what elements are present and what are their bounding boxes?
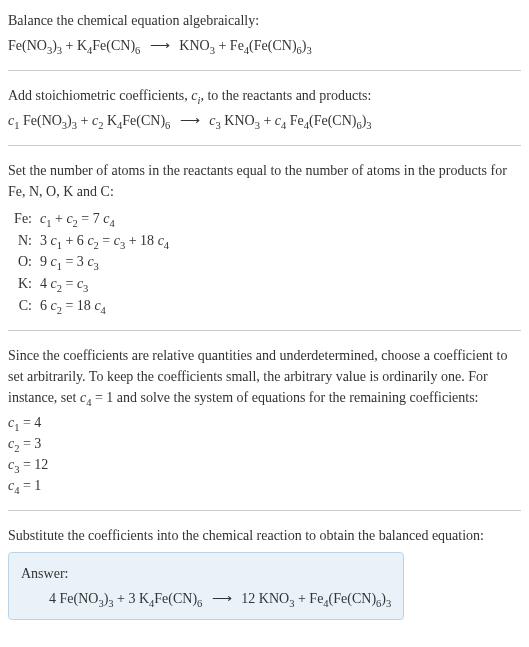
atom-label: K: bbox=[8, 273, 40, 295]
solve-text: Since the coefficients are relative quan… bbox=[8, 345, 521, 408]
atom-eq: c1 + c2 = 7 c4 bbox=[40, 208, 521, 230]
atom-eq: 3 c1 + 6 c2 = c3 + 18 c4 bbox=[40, 230, 521, 252]
atom-row-fe: Fe: c1 + c2 = 7 c4 bbox=[8, 208, 521, 230]
section-solve: Since the coefficients are relative quan… bbox=[8, 345, 521, 496]
divider bbox=[8, 510, 521, 511]
coeff-c1: c1 = 4 bbox=[8, 412, 521, 433]
answer-equation: 4 Fe(NO3)3 + 3 K4Fe(CN)6 ⟶ 12 KNO3 + Fe4… bbox=[21, 588, 391, 609]
coeff-c3: c3 = 12 bbox=[8, 454, 521, 475]
atom-row-o: O: 9 c1 = 3 c3 bbox=[8, 251, 521, 273]
atom-row-n: N: 3 c1 + 6 c2 = c3 + 18 c4 bbox=[8, 230, 521, 252]
coeff-list: c1 = 4 c2 = 3 c3 = 12 c4 = 1 bbox=[8, 412, 521, 496]
section-answer: Substitute the coefficients into the che… bbox=[8, 525, 521, 620]
atom-label: O: bbox=[8, 251, 40, 273]
original-equation: Fe(NO3)3 + K4Fe(CN)6 ⟶ KNO3 + Fe4(Fe(CN)… bbox=[8, 35, 521, 56]
atom-row-c: C: 6 c2 = 18 c4 bbox=[8, 295, 521, 317]
divider bbox=[8, 70, 521, 71]
atom-eq: 9 c1 = 3 c3 bbox=[40, 251, 521, 273]
answer-box: Answer: 4 Fe(NO3)3 + 3 K4Fe(CN)6 ⟶ 12 KN… bbox=[8, 552, 404, 620]
atom-label: Fe: bbox=[8, 208, 40, 230]
substitute-text: Substitute the coefficients into the che… bbox=[8, 525, 521, 546]
atom-row-k: K: 4 c2 = c3 bbox=[8, 273, 521, 295]
answer-label: Answer: bbox=[21, 563, 391, 584]
atom-eq: 4 c2 = c3 bbox=[40, 273, 521, 295]
section-balance-intro: Balance the chemical equation algebraica… bbox=[8, 10, 521, 56]
add-coeff-text: Add stoichiometric coefficients, ci, to … bbox=[8, 85, 521, 106]
section-atom-equations: Set the number of atoms in the reactants… bbox=[8, 160, 521, 316]
coeff-c4: c4 = 1 bbox=[8, 475, 521, 496]
atom-label: C: bbox=[8, 295, 40, 317]
coeff-equation: c1 Fe(NO3)3 + c2 K4Fe(CN)6 ⟶ c3 KNO3 + c… bbox=[8, 110, 521, 131]
divider bbox=[8, 145, 521, 146]
coeff-c2: c2 = 3 bbox=[8, 433, 521, 454]
balance-title: Balance the chemical equation algebraica… bbox=[8, 10, 521, 31]
atom-table: Fe: c1 + c2 = 7 c4 N: 3 c1 + 6 c2 = c3 +… bbox=[8, 208, 521, 316]
divider bbox=[8, 330, 521, 331]
atom-eq: 6 c2 = 18 c4 bbox=[40, 295, 521, 317]
text-after: , to the reactants and products: bbox=[200, 88, 371, 103]
atom-eq-intro: Set the number of atoms in the reactants… bbox=[8, 160, 521, 202]
section-add-coefficients: Add stoichiometric coefficients, ci, to … bbox=[8, 85, 521, 131]
atom-label: N: bbox=[8, 230, 40, 252]
text-before: Add stoichiometric coefficients, bbox=[8, 88, 191, 103]
